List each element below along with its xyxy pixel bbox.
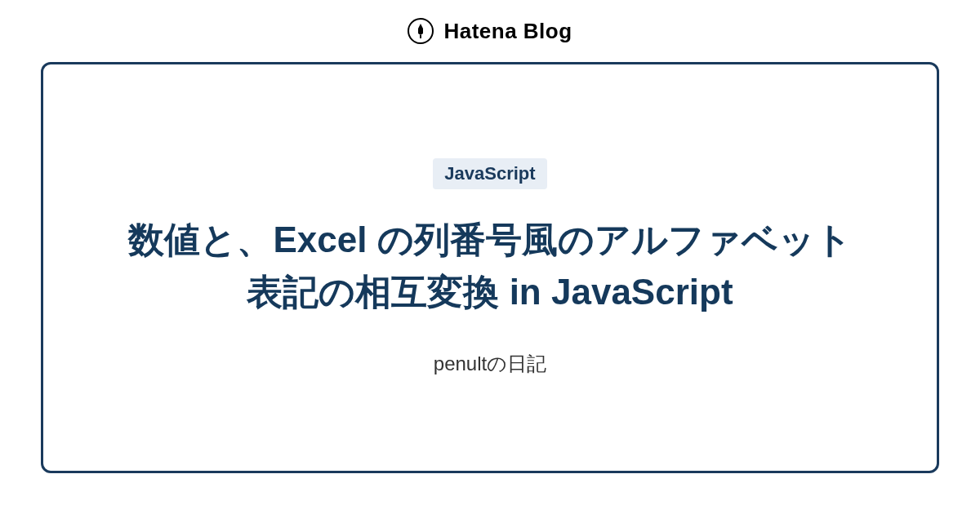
category-tag[interactable]: JavaScript — [433, 158, 546, 189]
article-title: 数値と、Excel の列番号風のアルファベット表記の相互変換 in JavaSc… — [114, 214, 866, 318]
article-card: JavaScript 数値と、Excel の列番号風のアルファベット表記の相互変… — [41, 62, 939, 473]
brand-header: Hatena Blog — [0, 0, 980, 62]
blog-name[interactable]: penultの日記 — [434, 351, 546, 377]
brand-name: Hatena Blog — [443, 19, 572, 44]
hatena-logo-icon — [408, 18, 434, 44]
